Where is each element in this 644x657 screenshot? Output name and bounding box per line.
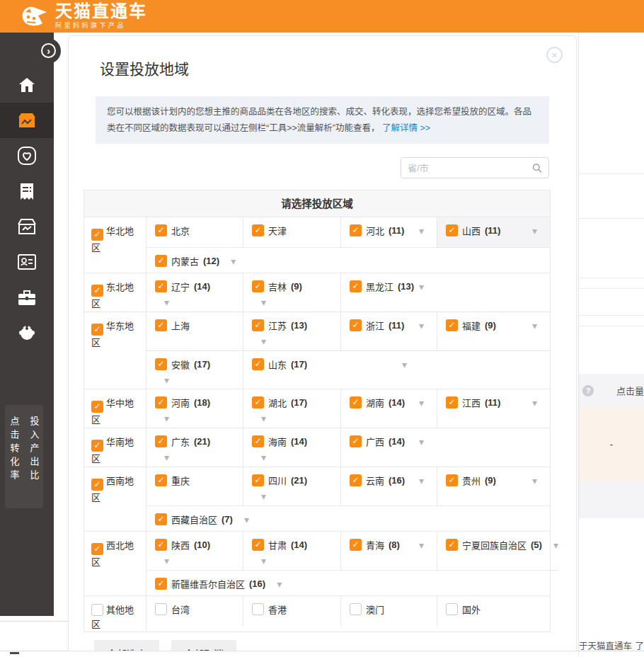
dropdown-caret-icon[interactable]: ▾	[261, 415, 340, 422]
province-cell: ✓吉林(9)▾	[243, 273, 340, 312]
province-checkbox-checked[interactable]: ✓	[252, 474, 264, 486]
select-all-button[interactable]: 全部选中	[94, 640, 159, 651]
province-checkbox-checked[interactable]: ✓	[252, 224, 264, 236]
province-checkbox-checked[interactable]: ✓	[155, 255, 167, 267]
province-count: (14)	[291, 539, 307, 550]
province-search-input[interactable]	[408, 163, 532, 173]
dropdown-caret-icon[interactable]: ▾	[419, 477, 424, 484]
region-cell: ✓西南地区	[84, 467, 146, 531]
dropdown-caret-icon[interactable]: ▾	[419, 283, 424, 290]
dropdown-caret-icon[interactable]: ▾	[419, 399, 424, 406]
sidebar-item-reports[interactable]	[0, 173, 54, 209]
search-icon[interactable]	[532, 163, 542, 173]
province-checkbox-checked[interactable]: ✓	[155, 280, 167, 292]
province-cell-main: ✓吉林(9)	[252, 280, 340, 293]
province-checkbox-unchecked[interactable]	[155, 603, 167, 615]
region-cell: ✓华中地区	[84, 389, 146, 428]
province-checkbox-unchecked[interactable]	[446, 603, 458, 615]
dropdown-caret-icon[interactable]: ▾	[261, 338, 340, 345]
learn-more-link[interactable]: 了解详情 >>	[382, 123, 430, 133]
dropdown-caret-icon[interactable]: ▾	[553, 542, 558, 549]
province-checkbox-checked[interactable]: ✓	[350, 435, 362, 447]
cancel-all-button[interactable]: 全部取消	[171, 640, 236, 651]
dropdown-caret-icon[interactable]: ▾	[164, 557, 243, 564]
province-checkbox-checked[interactable]: ✓	[155, 396, 167, 409]
dropdown-caret-icon[interactable]: ▾	[419, 438, 424, 445]
province-checkbox-checked[interactable]: ✓	[252, 319, 264, 331]
province-checkbox-checked[interactable]: ✓	[446, 539, 458, 551]
province-checkbox-checked[interactable]: ✓	[446, 396, 458, 409]
province-checkbox-checked[interactable]: ✓	[350, 224, 362, 236]
province-checkbox-checked[interactable]: ✓	[252, 280, 264, 292]
dropdown-caret-icon[interactable]: ▾	[402, 361, 407, 368]
province-line: ✓北京✓天津✓河北(11)▾✓山西(11)▾	[146, 217, 550, 247]
region-checkbox-checked[interactable]: ✓	[91, 285, 103, 297]
close-icon[interactable]: ×	[546, 47, 563, 63]
province-cell-main: ✓山东(17)▾	[252, 358, 420, 371]
province-checkbox-checked[interactable]: ✓	[155, 319, 167, 331]
region-checkbox-checked[interactable]: ✓	[91, 229, 103, 241]
sidebar-item-assistant[interactable]	[0, 315, 54, 350]
dropdown-caret-icon[interactable]: ▾	[532, 399, 537, 406]
help-icon[interactable]: ?	[582, 385, 594, 396]
province-checkbox-checked[interactable]: ✓	[446, 319, 458, 331]
sidebar-item-campaign[interactable]	[0, 103, 54, 138]
brand-logo[interactable]: 天猫直通车 阿里妈妈旗下产品	[18, 2, 147, 30]
province-checkbox-checked[interactable]: ✓	[252, 539, 264, 551]
province-checkbox-checked[interactable]: ✓	[155, 435, 167, 447]
province-checkbox-checked[interactable]: ✓	[155, 578, 167, 590]
sidebar-expand-button[interactable]: ›	[41, 43, 56, 58]
region-checkbox-checked[interactable]: ✓	[91, 401, 103, 413]
province-checkbox-unchecked[interactable]	[350, 603, 362, 615]
province-checkbox-checked[interactable]: ✓	[155, 474, 167, 486]
region-checkbox-checked[interactable]: ✓	[91, 479, 103, 491]
dropdown-caret-icon[interactable]: ▾	[532, 227, 537, 234]
province-count: (16)	[389, 475, 405, 486]
sidebar-item-tools[interactable]	[0, 280, 54, 315]
dropdown-caret-icon[interactable]: ▾	[164, 299, 243, 306]
dropdown-caret-icon[interactable]: ▾	[419, 227, 424, 234]
sidebar-item-favorites[interactable]	[0, 138, 54, 173]
province-checkbox-checked[interactable]: ✓	[252, 358, 264, 370]
dropdown-caret-icon[interactable]: ▾	[261, 557, 340, 564]
province-count: (8)	[389, 539, 400, 550]
region-checkbox-unchecked[interactable]	[91, 604, 103, 616]
province-checkbox-checked[interactable]: ✓	[350, 280, 362, 292]
sidebar-item-shop[interactable]	[0, 209, 54, 244]
province-checkbox-unchecked[interactable]	[252, 603, 264, 615]
province-checkbox-checked[interactable]: ✓	[155, 513, 167, 525]
sidebar-item-home[interactable]	[0, 67, 54, 103]
dropdown-caret-icon[interactable]: ▾	[164, 377, 243, 384]
dropdown-caret-icon[interactable]: ▾	[261, 454, 340, 461]
dropdown-caret-icon[interactable]: ▾	[532, 322, 537, 329]
region-checkbox-checked[interactable]: ✓	[91, 440, 103, 452]
province-cell: ✓西藏自治区(7)▾	[146, 506, 243, 531]
province-checkbox-checked[interactable]: ✓	[350, 474, 362, 486]
province-checkbox-checked[interactable]: ✓	[350, 396, 362, 409]
sidebar-metric-shortcuts[interactable]: 点击转化率 投入产出比	[5, 405, 43, 508]
sidebar-item-contacts[interactable]	[0, 244, 54, 280]
province-checkbox-checked[interactable]: ✓	[350, 319, 362, 331]
province-checkbox-checked[interactable]: ✓	[252, 396, 264, 409]
metric-label-roi: 投入产出比	[28, 416, 41, 508]
province-count: (17)	[194, 359, 210, 370]
dropdown-caret-icon[interactable]: ▾	[261, 299, 340, 306]
dropdown-caret-icon[interactable]: ▾	[419, 542, 424, 549]
region-row: ✓华北地区✓北京✓天津✓河北(11)▾✓山西(11)▾✓内蒙古(12)▾	[84, 217, 550, 273]
dropdown-caret-icon[interactable]: ▾	[231, 258, 236, 265]
dropdown-caret-icon[interactable]: ▾	[164, 415, 243, 422]
province-checkbox-checked[interactable]: ✓	[446, 474, 458, 486]
dropdown-caret-icon[interactable]: ▾	[419, 322, 424, 329]
dropdown-caret-icon[interactable]: ▾	[532, 477, 537, 484]
region-checkbox-checked[interactable]: ✓	[91, 324, 103, 336]
province-cell: ✓新疆维吾尔自治区(16)▾	[146, 571, 243, 595]
province-checkbox-checked[interactable]: ✓	[446, 224, 458, 236]
province-checkbox-checked[interactable]: ✓	[155, 539, 167, 551]
dropdown-caret-icon[interactable]: ▾	[261, 493, 340, 500]
dropdown-caret-icon[interactable]: ▾	[164, 454, 243, 461]
province-checkbox-checked[interactable]: ✓	[252, 435, 264, 447]
province-checkbox-checked[interactable]: ✓	[350, 539, 362, 551]
province-checkbox-checked[interactable]: ✓	[155, 358, 167, 370]
region-checkbox-checked[interactable]: ✓	[91, 543, 103, 555]
province-checkbox-checked[interactable]: ✓	[155, 224, 167, 236]
